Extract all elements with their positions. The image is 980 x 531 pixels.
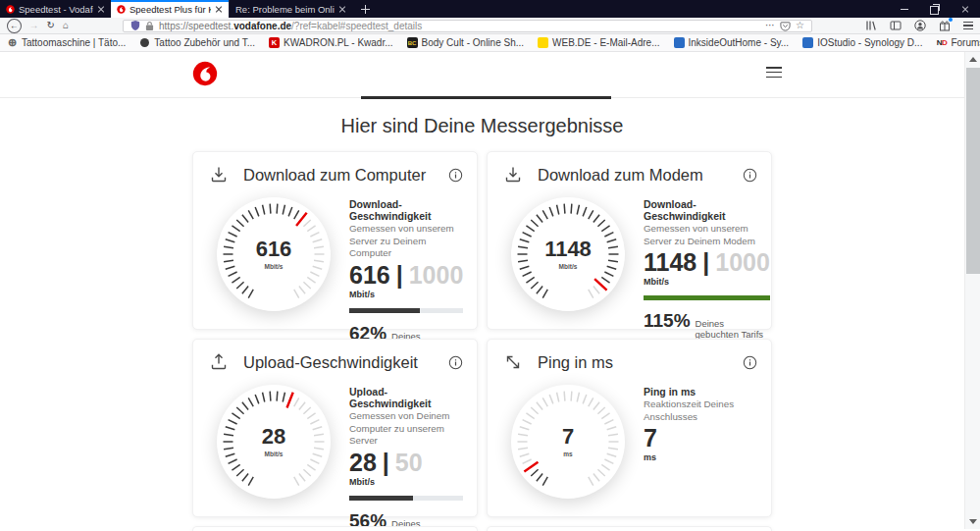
bookmark-label: Tattoomaschine | Täto... [22,37,126,48]
restore-button[interactable] [919,0,950,18]
metric-value: 7 [644,426,657,451]
bookmark-item[interactable]: ⊕Tattoomaschine | Täto... [7,37,126,48]
bookmark-star-icon[interactable]: ☆ [796,21,804,30]
metric-label: Upload-Geschwindigkeit [349,386,463,409]
close-button[interactable] [950,0,980,18]
tab-forum-thread[interactable]: Re: Probleme beim Online Spielen – [229,0,352,18]
tab-close-icon[interactable] [338,5,346,13]
vodafone-favicon [6,5,15,14]
metric-unit: Mbit/s [349,290,463,299]
bookmark-label: Forums - Netduma Fo... [951,37,980,48]
bookmark-item[interactable]: WEB.DE - E-Mail-Adre... [538,37,659,48]
forward-button[interactable]: → [29,21,39,30]
restore-icon [930,6,939,15]
vodafone-logo[interactable] [192,61,218,86]
bookmark-item[interactable]: KKWADRON.PL - Kwadr... [269,37,393,48]
url-text: https://speedtest.vodafone.de/?ref=kabel… [159,21,422,31]
bookmark-item[interactable]: NDForums - Netduma Fo... [936,37,980,48]
speed-gauge: 28 Mbit/s [217,385,331,499]
bookmark-item[interactable]: Tattoo Zubehör und T... [139,37,255,48]
next-card-partial [192,526,478,531]
gauge-value: 7 [562,426,574,448]
bookmark-favicon: ⊕ [7,37,18,48]
bookmark-item[interactable]: BCBody Cult - Online Sh... [407,37,525,48]
section-indicator [361,96,611,99]
scrollbar-thumb[interactable] [966,68,980,274]
scroll-up-icon[interactable] [969,57,977,62]
window-controls [889,0,980,18]
metric-unit: ms [644,452,757,462]
info-icon[interactable] [448,355,463,370]
account-icon[interactable] [914,20,926,31]
card-title: Ping in ms [538,353,743,372]
bookmarks-toolbar: ⊕Tattoomaschine | Täto...Tattoo Zubehör … [0,34,980,52]
minimize-button[interactable] [889,0,919,18]
library-icon[interactable] [865,20,877,31]
info-icon[interactable] [743,355,757,370]
page-scrollbar[interactable] [964,52,980,529]
whats-new-icon[interactable] [939,20,951,31]
metric-description: Gemessen von unserem Server zu Deinem Co… [349,223,463,260]
metric-description: Gemessen von Deinem Computer zu unserem … [349,410,463,448]
metric-label: Download-Geschwindigkeit [349,198,463,222]
result-card-upload: Upload-Geschwindigkeit 28 Mbit/s Upload-… [192,339,478,517]
upload-icon [209,352,229,372]
metric-target: 1000 [715,250,770,275]
sidebar-icon[interactable] [890,20,902,31]
bookmark-favicon: BC [407,37,418,48]
plus-icon [361,5,370,14]
back-button[interactable]: ← [7,19,22,33]
page-title: Hier sind Deine Messergebnisse [0,115,964,137]
metric-unit: Mbit/s [644,277,770,287]
page-actions-icon[interactable]: ⋯ [765,21,775,30]
info-icon[interactable] [448,168,463,183]
result-card-ping: Ping in ms 7 ms Ping in ms Reaktionszeit… [487,339,772,517]
results-grid: Download zum Computer 616 Mbit/s Downloa… [192,151,772,531]
tab-speedtest-plus[interactable]: Speedtest Plus für Kabel- und D… [111,0,229,18]
reload-button[interactable]: ↻ [47,21,55,30]
new-tab-button[interactable] [352,0,378,18]
bookmark-favicon [140,38,149,47]
gauge-unit: Mbit/s [265,263,284,270]
metric-description: Reaktionszeit Deines Anschlusses [644,398,757,423]
site-menu-icon[interactable] [766,67,782,80]
bookmark-label: IOStudio - Synology D... [817,37,922,48]
info-icon[interactable] [743,168,757,183]
menu-icon[interactable] [963,20,973,31]
tab-title: Speedtest - Vodafone Kabel De… [19,4,93,15]
gauge-value: 28 [262,426,285,448]
gauge-unit: ms [563,451,572,457]
ping-icon [503,352,523,372]
bookmark-label: InksideOutHome - Sy... [689,37,790,48]
tab-speedtest-kabel[interactable]: Speedtest - Vodafone Kabel De… [0,0,111,18]
vodafone-favicon [117,5,126,14]
result-card-download-modem: Download zum Modem 1148 Mbit/s Download-… [487,151,772,330]
gauge-value: 616 [256,239,292,260]
tab-title: Re: Probleme beim Online Spielen – [235,4,335,15]
tab-close-icon[interactable] [97,5,105,13]
download-icon [503,165,523,185]
lock-icon [145,21,154,31]
tab-close-icon[interactable] [215,5,223,13]
metric-description: Gemessen von unserem Server zu Deinem Mo… [644,223,770,247]
site-header [0,52,964,98]
scroll-down-icon[interactable] [969,519,977,524]
minimize-icon [901,9,908,10]
metric-label: Ping in ms [644,386,757,398]
download-icon [209,165,229,185]
card-title: Upload-Geschwindigkeit [243,353,448,372]
tariff-progress-bar [349,308,463,313]
url-bar[interactable]: https://speedtest.vodafone.de/?ref=kabel… [123,20,812,32]
pocket-icon[interactable] [780,21,791,31]
bookmark-label: WEB.DE - E-Mail-Adre... [552,37,659,48]
tracking-shield-icon[interactable] [130,20,140,31]
speed-gauge: 616 Mbit/s [217,197,331,311]
bookmark-item[interactable]: IOStudio - Synology D... [802,37,922,48]
metric-divider: | [396,263,403,288]
navigation-toolbar: ← → ↻ ⌂ https://speedtest.vodafone.de/?r… [0,18,980,34]
bookmark-item[interactable]: InksideOutHome - Sy... [674,37,790,48]
bookmark-label: KWADRON.PL - Kwadr... [284,37,393,48]
home-button[interactable]: ⌂ [63,21,69,30]
gauge-unit: Mbit/s [265,451,284,457]
metric-value: 1148 [644,250,696,275]
